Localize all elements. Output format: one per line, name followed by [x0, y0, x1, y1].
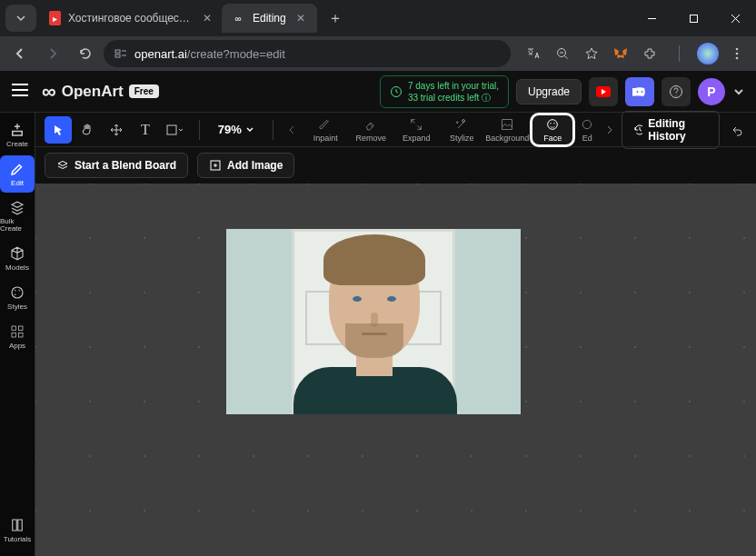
trial-line2: 33 trial credits left [408, 93, 479, 103]
app-header: ∞ OpenArt Free 7 days left in your trial… [0, 71, 756, 113]
profile-button[interactable] [694, 40, 721, 67]
ai-tools-next[interactable] [602, 116, 617, 144]
browser-tab-1[interactable]: ∞ Editing ✕ [222, 4, 317, 33]
svg-point-23 [550, 123, 551, 124]
rail-styles[interactable]: Styles [0, 279, 35, 316]
svg-point-22 [548, 119, 558, 129]
svg-rect-17 [19, 326, 24, 331]
editing-history-button[interactable]: Editing History [622, 111, 720, 149]
svg-rect-21 [502, 119, 512, 129]
rail-tutorials[interactable]: Tutorials [0, 511, 35, 549]
rail-bulk-create[interactable]: Bulk Create [0, 194, 35, 238]
tab-search-button[interactable] [5, 5, 36, 32]
svg-point-10 [642, 91, 643, 93]
zoom-control[interactable]: 79% [211, 123, 262, 136]
canvas-image[interactable] [226, 229, 521, 414]
chevron-down-icon[interactable] [732, 85, 745, 98]
tab-title: Editing [253, 12, 286, 25]
metamask-icon[interactable] [607, 40, 634, 67]
ai-tool-expand[interactable]: Expand [393, 113, 439, 147]
close-icon[interactable]: ✕ [293, 11, 308, 25]
plan-badge: Free [129, 84, 159, 98]
layers-icon [56, 159, 69, 172]
app-root: ∞ OpenArt Free 7 days left in your trial… [0, 71, 756, 556]
cursor-tool[interactable] [45, 116, 72, 144]
user-avatar[interactable]: P [698, 78, 725, 105]
chevron-down-icon [245, 125, 254, 134]
svg-rect-20 [167, 125, 176, 134]
ai-tools-prev[interactable] [284, 116, 299, 144]
svg-rect-19 [19, 333, 24, 338]
divider [665, 40, 692, 67]
forward-button[interactable] [38, 39, 67, 68]
svg-point-6 [736, 57, 739, 60]
back-button[interactable] [5, 39, 35, 68]
svg-point-4 [736, 48, 739, 51]
clock-icon [390, 85, 403, 98]
infinity-icon: ∞ [42, 80, 56, 104]
chevron-down-icon [15, 13, 26, 24]
svg-rect-0 [690, 15, 697, 22]
close-window-button[interactable] [714, 0, 756, 36]
text-tool[interactable]: T [132, 116, 159, 144]
youtube-button[interactable] [589, 77, 618, 106]
rail-create[interactable]: Create [0, 116, 35, 154]
rail-apps[interactable]: Apps [0, 318, 35, 355]
discord-button[interactable] [625, 77, 654, 106]
svg-rect-18 [12, 333, 16, 338]
svg-point-5 [736, 53, 739, 55]
ai-tool-stylize[interactable]: Stylize [439, 113, 484, 147]
add-image-button[interactable]: Add Image [197, 153, 294, 178]
plus-image-icon [209, 159, 222, 172]
palette-icon [9, 284, 25, 301]
zoom-icon[interactable] [549, 40, 576, 67]
url-input[interactable]: openart.ai/create?mode=edit [104, 40, 511, 67]
close-icon[interactable]: ✕ [201, 11, 213, 25]
ai-tool-background[interactable]: Background [484, 113, 530, 147]
edit-icon [580, 117, 594, 132]
eraser-icon [363, 117, 378, 132]
extensions-icon[interactable] [636, 40, 663, 67]
move-tool[interactable] [103, 116, 130, 144]
shape-tool[interactable] [161, 116, 188, 144]
menu-button[interactable] [11, 83, 33, 101]
face-icon [545, 117, 560, 132]
layers-icon [9, 200, 25, 216]
divider [273, 120, 274, 140]
rail-models[interactable]: Models [0, 240, 35, 277]
help-button[interactable] [662, 77, 691, 106]
hand-tool[interactable] [74, 116, 101, 144]
create-icon [9, 122, 25, 138]
maximize-button[interactable] [672, 0, 714, 36]
ai-tool-inpaint[interactable]: Inpaint [303, 113, 348, 147]
svg-point-14 [19, 290, 21, 292]
ai-tool-partial[interactable]: Ed [575, 113, 599, 147]
url-path: /create?mode=edit [187, 47, 285, 61]
browser-tabs: ▸ Хостинговое сообщество «Tim ✕ ∞ Editin… [40, 0, 348, 36]
svg-rect-16 [12, 326, 16, 331]
browser-titlebar: ▸ Хостинговое сообщество «Tim ✕ ∞ Editin… [0, 0, 756, 36]
svg-rect-2 [115, 55, 120, 57]
menu-button[interactable] [723, 40, 751, 67]
bookmark-icon[interactable] [578, 40, 605, 67]
svg-point-12 [12, 287, 23, 298]
upgrade-button[interactable]: Upgrade [516, 79, 582, 104]
browser-tab-0[interactable]: ▸ Хостинговое сообщество «Tim ✕ [40, 4, 222, 33]
svg-point-24 [553, 123, 554, 124]
ai-tool-remove[interactable]: Remove [348, 113, 393, 147]
rail-edit[interactable]: Edit [0, 155, 35, 193]
site-settings-icon[interactable] [114, 47, 127, 60]
logo[interactable]: ∞ OpenArt Free [42, 80, 159, 104]
canvas[interactable] [35, 184, 756, 556]
ai-tool-face[interactable]: Face [530, 113, 575, 147]
new-tab-button[interactable]: ＋ [323, 5, 348, 31]
reload-button[interactable] [71, 39, 100, 68]
translate-icon[interactable] [520, 40, 547, 67]
undo-button[interactable] [727, 116, 748, 144]
favicon-icon: ▸ [49, 11, 61, 25]
blend-board-button[interactable]: Start a Blend Board [45, 153, 188, 178]
url-host: openart.ai [134, 47, 187, 61]
trial-status[interactable]: 7 days left in your trial, 33 trial cred… [380, 75, 509, 108]
book-icon [9, 517, 25, 533]
minimize-button[interactable] [631, 0, 672, 36]
